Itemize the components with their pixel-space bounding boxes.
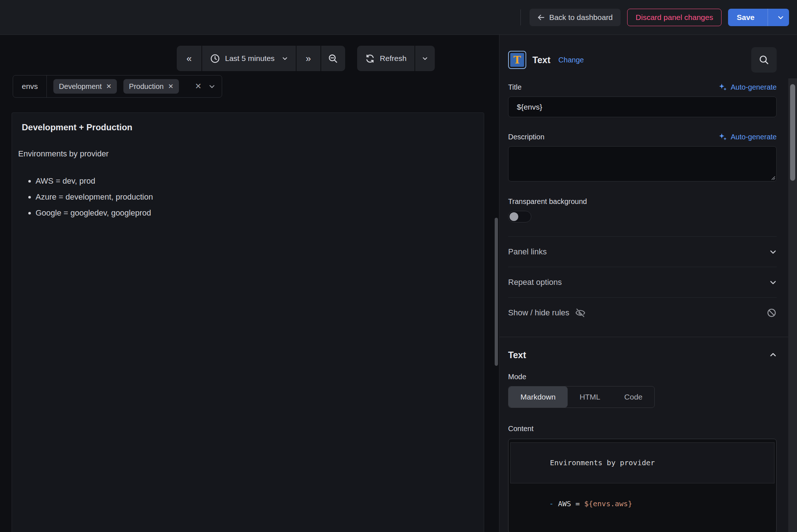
variable-chip-production[interactable]: Production ✕ bbox=[123, 79, 179, 94]
save-button[interactable]: Save bbox=[728, 9, 763, 26]
zoom-out-icon bbox=[328, 54, 338, 64]
clock-icon bbox=[210, 54, 220, 64]
variable-chips: Development ✕ Production ✕ bbox=[47, 79, 185, 94]
panel-bullet-list: AWS = dev, prod Azure = development, pro… bbox=[18, 173, 484, 221]
chevron-down-icon[interactable] bbox=[209, 83, 215, 90]
double-chevron-left-icon: « bbox=[187, 54, 192, 63]
mode-option-code[interactable]: Code bbox=[612, 386, 654, 408]
back-to-dashboard-label: Back to dashboard bbox=[549, 13, 613, 22]
resize-grip-icon[interactable] bbox=[770, 175, 775, 180]
chevron-down-icon bbox=[422, 56, 428, 61]
variable-chip-development[interactable]: Development ✕ bbox=[53, 79, 117, 94]
panel-options-sidebar: T Text Change Title Auto-generate bbox=[499, 35, 797, 532]
eye-off-icon bbox=[575, 308, 585, 318]
content-code-editor[interactable]: Environments by provider - AWS = ${envs.… bbox=[508, 439, 777, 532]
chevron-up-icon bbox=[769, 351, 777, 359]
variable-picker: envs Development ✕ Production ✕ ✕ bbox=[13, 75, 222, 98]
chip-label: Production bbox=[129, 82, 164, 91]
section-divider bbox=[499, 337, 797, 337]
zoom-out-time-button[interactable] bbox=[320, 46, 345, 71]
code-line[interactable]: - Azure = ${envs.azure} bbox=[510, 524, 775, 532]
bullet-item: AWS = dev, prod bbox=[36, 173, 484, 189]
text-panel-preview: Development + Production Environments by… bbox=[12, 112, 484, 532]
panel-title-input[interactable] bbox=[508, 97, 777, 117]
repeat-options-label: Repeat options bbox=[508, 278, 562, 287]
variable-name-label: envs bbox=[13, 75, 47, 97]
refresh-button[interactable]: Refresh bbox=[357, 46, 415, 71]
clear-all-icon[interactable]: ✕ bbox=[195, 82, 201, 91]
repeat-options-collapser[interactable]: Repeat options bbox=[508, 267, 777, 298]
time-range-picker-button[interactable]: Last 5 minutes bbox=[201, 46, 296, 71]
visualization-type-label: Text bbox=[532, 55, 551, 65]
topbar-divider bbox=[520, 9, 521, 25]
mode-option-html[interactable]: HTML bbox=[568, 386, 612, 408]
auto-generate-label: Auto-generate bbox=[731, 133, 777, 141]
sparkles-icon bbox=[718, 83, 727, 91]
topbar: Back to dashboard Discard panel changes … bbox=[0, 0, 797, 35]
text-panel-icon: T bbox=[508, 51, 526, 69]
code-line-current[interactable]: Environments by provider bbox=[510, 442, 774, 483]
panel-subtitle: Environments by provider bbox=[18, 149, 484, 159]
remove-chip-icon[interactable]: ✕ bbox=[106, 82, 111, 90]
title-field-label: Title bbox=[508, 83, 522, 91]
content-label: Content bbox=[508, 425, 534, 433]
visualization-header: T Text Change bbox=[508, 47, 777, 73]
search-icon bbox=[759, 55, 769, 65]
panel-links-label: Panel links bbox=[508, 247, 547, 257]
mode-segmented-control: Markdown HTML Code bbox=[508, 386, 655, 408]
toggle-knob bbox=[510, 212, 518, 221]
arrow-left-icon bbox=[538, 14, 545, 21]
time-shift-forward-button[interactable]: » bbox=[296, 46, 320, 71]
panel-links-collapser[interactable]: Panel links bbox=[508, 237, 777, 267]
ban-icon bbox=[767, 308, 777, 318]
search-options-button[interactable] bbox=[751, 47, 777, 73]
refresh-interval-button[interactable] bbox=[414, 46, 435, 71]
back-to-dashboard-button[interactable]: Back to dashboard bbox=[530, 9, 621, 26]
description-field-label: Description bbox=[508, 133, 544, 141]
refresh-group: Refresh bbox=[357, 46, 435, 71]
refresh-icon bbox=[365, 54, 375, 64]
show-hide-rules-label: Show / hide rules bbox=[508, 308, 569, 318]
discard-panel-changes-button[interactable]: Discard panel changes bbox=[627, 9, 722, 26]
time-shift-back-button[interactable]: « bbox=[177, 46, 201, 71]
sidebar-scrollbar[interactable] bbox=[788, 78, 797, 532]
panel-description-textarea[interactable] bbox=[508, 146, 777, 181]
change-visualization-link[interactable]: Change bbox=[559, 56, 584, 64]
panel-editor-screen: Back to dashboard Discard panel changes … bbox=[0, 0, 797, 532]
refresh-label: Refresh bbox=[380, 54, 407, 63]
save-options-button[interactable] bbox=[772, 9, 789, 26]
bullet-item: Google = googledev, googleprod bbox=[36, 205, 484, 221]
discard-panel-changes-label: Discard panel changes bbox=[635, 13, 713, 22]
chevron-down-icon bbox=[769, 248, 777, 255]
save-split-button: Save bbox=[728, 9, 789, 26]
auto-generate-description-link[interactable]: Auto-generate bbox=[718, 132, 777, 141]
auto-generate-title-link[interactable]: Auto-generate bbox=[718, 83, 777, 91]
save-split-divider bbox=[768, 9, 768, 26]
pane-resize-handle[interactable] bbox=[495, 218, 498, 366]
save-label: Save bbox=[737, 13, 755, 22]
double-chevron-right-icon: » bbox=[306, 54, 311, 63]
mode-option-markdown[interactable]: Markdown bbox=[508, 386, 568, 408]
mode-label: Mode bbox=[508, 373, 526, 381]
transparent-background-toggle[interactable] bbox=[508, 211, 531, 222]
show-hide-rules-row[interactable]: Show / hide rules bbox=[508, 298, 777, 328]
code-line[interactable]: - AWS = ${envs.aws} bbox=[510, 484, 775, 524]
scrollbar-thumb[interactable] bbox=[790, 84, 795, 181]
transparent-background-label: Transparent background bbox=[508, 197, 587, 206]
chevron-down-icon bbox=[777, 14, 784, 21]
edit-pane: « Last 5 minutes » bbox=[0, 35, 499, 532]
panel-title: Development + Production bbox=[12, 113, 484, 132]
chip-label: Development bbox=[59, 82, 102, 91]
chevron-down-icon bbox=[282, 56, 288, 61]
remove-chip-icon[interactable]: ✕ bbox=[168, 82, 173, 90]
chevron-down-icon bbox=[769, 279, 777, 286]
auto-generate-label: Auto-generate bbox=[731, 83, 777, 91]
time-picker-group: « Last 5 minutes » bbox=[177, 46, 345, 71]
time-toolbar: « Last 5 minutes » bbox=[177, 46, 435, 71]
text-section-label: Text bbox=[508, 350, 526, 360]
bullet-item: Azure = development, production bbox=[36, 189, 484, 205]
time-range-label: Last 5 minutes bbox=[225, 54, 275, 63]
sparkles-icon bbox=[718, 132, 727, 141]
text-section-header[interactable]: Text bbox=[508, 347, 777, 363]
